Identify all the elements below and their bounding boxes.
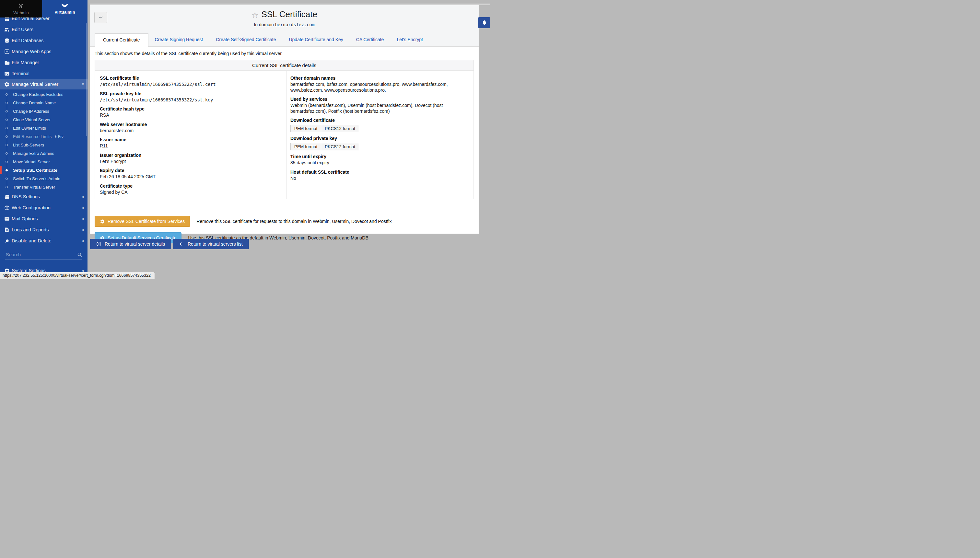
sidebar-subitem-edit-owner-limits[interactable]: Edit Owner Limits — [0, 124, 87, 132]
tab-lets-encrypt[interactable]: Let's Encrypt — [390, 33, 429, 47]
sidebar-subitem-clone-virtual-server[interactable]: Clone Virtual Server — [0, 115, 87, 124]
return-to-virtual-servers-list-button[interactable]: Return to virtual servers list — [173, 239, 249, 249]
tab-ca-certificate[interactable]: CA Certificate — [350, 33, 391, 47]
bullet-icon — [5, 102, 8, 104]
sidebar-group-manage-virtual-server[interactable]: Manage Virtual Server ◀ — [0, 79, 87, 89]
sidebar-item-web-configuration[interactable]: Web Configuration ◀ — [0, 202, 87, 213]
sidebar-menu-bottom: DNS Settings ◀ Web Configuration ◀ Mail … — [0, 191, 87, 246]
terminal-icon — [4, 71, 10, 77]
certificate-type-value: Signed by CA — [100, 190, 281, 195]
tab-webmin[interactable]: Webmin — [0, 0, 42, 18]
sidebar-subitem-change-ip-address[interactable]: Change IP Address — [0, 107, 87, 115]
tab-create-signing-request[interactable]: Create Signing Request — [148, 33, 210, 47]
webmin-logo-icon — [18, 2, 25, 10]
install-app-icon — [4, 49, 10, 54]
sidebar-subitem-move-virtual-server[interactable]: Move Virtual Server — [0, 158, 87, 166]
section-description: This section shows the details of the SS… — [95, 51, 474, 56]
search-input[interactable] — [5, 252, 77, 258]
bullet-icon — [5, 177, 8, 180]
sidebar-subitem-change-domain-name[interactable]: Change Domain Name — [0, 98, 87, 107]
page-subtitle: In domain bernardsfez.com — [90, 22, 479, 27]
chevron-left-icon: ◀ — [82, 228, 84, 231]
sidebar-item-manage-web-apps[interactable]: Manage Web Apps — [0, 46, 87, 57]
sidebar-item-label: File Manager — [11, 60, 39, 65]
return-to-virtual-server-details-button[interactable]: Return to virtual server details — [90, 239, 171, 249]
action-description: Remove this SSL certificate for requests… — [196, 219, 391, 224]
page-header: ☆SSL Certificate In domain bernardsfez.c… — [90, 5, 479, 47]
sidebar-item-edit-users[interactable]: Edit Users — [0, 24, 87, 35]
sidebar-item-edit-databases[interactable]: Edit Databases — [0, 35, 87, 46]
active-indicator — [0, 166, 2, 174]
document-icon — [4, 227, 10, 233]
host-default-ssl-value: No — [291, 176, 469, 181]
bullet-icon — [5, 127, 8, 129]
chevron-left-icon: ◀ — [82, 269, 84, 272]
sidebar-scrollbar[interactable] — [86, 23, 87, 136]
sidebar-subitem-setup-ssl-certificate[interactable]: Setup SSL Certificate — [0, 166, 87, 174]
database-icon — [4, 38, 10, 43]
sidebar-item-label: Logs and Reports — [11, 227, 49, 232]
sidebar-subitem-manage-extra-admins[interactable]: Manage Extra Admins — [0, 149, 87, 158]
used-by-services-value: Webmin (bernardsfez.com), Usermin (host … — [291, 103, 469, 114]
favorite-star-icon[interactable]: ☆ — [251, 10, 259, 20]
chevron-left-icon: ◀ — [82, 240, 84, 242]
footer-buttons: Return to virtual server details Return … — [90, 239, 249, 249]
tab-create-self-signed-certificate[interactable]: Create Self-Signed Certificate — [209, 33, 282, 47]
download-private-key-buttons: PEM format PKCS12 format — [291, 143, 359, 150]
key-pem-format-button[interactable]: PEM format — [291, 143, 321, 150]
tab-current-certificate[interactable]: Current Certificate — [95, 33, 148, 47]
sidebar-item-logs-and-reports[interactable]: Logs and Reports ◀ — [0, 224, 87, 235]
bullet-icon — [5, 118, 8, 121]
other-domain-names-value: bernardsfez.com, bsfez.com, opensourceso… — [291, 82, 469, 93]
pro-badge: Pro — [54, 135, 63, 138]
download-certificate-buttons: PEM format PKCS12 format — [291, 125, 359, 132]
expiry-date-value: Feb 26 18:05:44 2025 GMT — [100, 174, 281, 180]
sidebar-tabs: Webmin Virtualmin — [0, 0, 87, 18]
action-row-remove: Remove SSL Certificate from Services Rem… — [95, 216, 474, 227]
search-icon[interactable] — [77, 252, 82, 257]
folder-icon — [4, 60, 10, 66]
certificate-pem-format-button[interactable]: PEM format — [291, 125, 321, 132]
sidebar-item-disable-and-delete[interactable]: Disable and Delete ◀ — [0, 235, 87, 246]
arrow-left-icon — [179, 241, 184, 246]
tab-label: Virtualmin — [54, 10, 75, 15]
envelope-icon — [4, 216, 10, 222]
tab-content: This section shows the details of the SS… — [90, 51, 479, 243]
hostname-value: bernardsfez.com — [100, 128, 281, 134]
sidebar-group-label: Manage Virtual Server — [11, 82, 58, 87]
notifications-toggle[interactable] — [478, 17, 490, 28]
sidebar-item-terminal[interactable]: Terminal — [0, 68, 87, 79]
lock-icon — [54, 135, 57, 138]
ssl-certificate-file-value: /etc/ssl/virtualmin/166698574355322/ssl.… — [100, 82, 281, 87]
bullet-icon — [5, 135, 8, 138]
sidebar-subitem-change-backups-excludes[interactable]: Change Backups Excludes — [0, 90, 87, 98]
sidebar-menu-top: Edit Virtual Server Edit Users Edit Data… — [0, 13, 87, 79]
bullet-icon — [5, 144, 8, 146]
domain-name: bernardsfez.com — [275, 22, 315, 27]
tab-virtualmin[interactable]: Virtualmin — [42, 0, 87, 18]
gears-icon — [4, 81, 10, 87]
chevron-left-icon: ◀ — [82, 195, 84, 198]
certificate-pkcs12-format-button[interactable]: PKCS12 format — [321, 125, 359, 132]
title-block: ☆SSL Certificate In domain bernardsfez.c… — [90, 5, 479, 27]
bullet-icon — [5, 169, 8, 171]
certificate-tabs: Current Certificate Create Signing Reque… — [95, 33, 429, 47]
key-pkcs12-format-button[interactable]: PKCS12 format — [321, 143, 359, 150]
bullet-icon — [5, 186, 8, 188]
remove-ssl-certificate-button[interactable]: Remove SSL Certificate from Services — [95, 216, 190, 227]
chevron-left-icon: ◀ — [82, 217, 84, 220]
virtualmin-app: Edit Virtual Server Edit Users Edit Data… — [0, 0, 490, 279]
globe-icon — [4, 205, 10, 211]
sidebar-subitem-transfer-virtual-server[interactable]: Transfer Virtual Server — [0, 183, 87, 191]
sidebar-item-mail-options[interactable]: Mail Options ◀ — [0, 213, 87, 224]
sidebar-item-file-manager[interactable]: File Manager — [0, 57, 87, 68]
sidebar-item-dns-settings[interactable]: DNS Settings ◀ — [0, 191, 87, 202]
sidebar-subitem-list-sub-servers[interactable]: List Sub-Servers — [0, 141, 87, 149]
sidebar-item-label: Disable and Delete — [11, 238, 51, 243]
server-list-icon — [4, 194, 10, 200]
sidebar-subitem-switch-to-servers-admin[interactable]: Switch To Server's Admin — [0, 174, 87, 183]
sidebar-subitem-edit-resource-limits[interactable]: Edit Resource Limits Pro — [0, 132, 87, 141]
tab-update-certificate-and-key[interactable]: Update Certificate and Key — [282, 33, 350, 47]
back-button[interactable] — [94, 12, 107, 23]
sidebar-search — [5, 249, 82, 260]
